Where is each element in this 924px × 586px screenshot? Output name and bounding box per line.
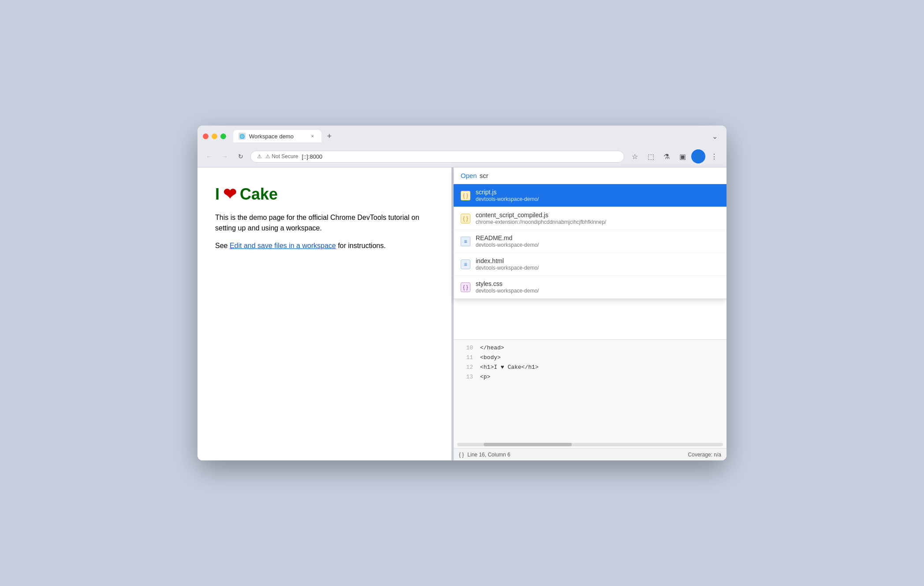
file-list: { }script.jsdevtools-workspace-demo/{ }c… [454, 184, 727, 299]
page-heading: I ❤ Cake [215, 185, 434, 204]
file-info: content_script_compiled.jschrome-extensi… [476, 211, 606, 225]
file-list-item[interactable]: { }content_script_compiled.jschrome-exte… [454, 207, 727, 230]
file-list-item[interactable]: ≡README.mddevtools-workspace-demo/ [454, 230, 727, 253]
open-file-dialog: Open { }script.jsdevtools-workspace-demo… [454, 167, 727, 299]
line-code: <body> [480, 353, 501, 363]
main-area: I ❤ Cake This is the demo page for the o… [197, 167, 727, 460]
devtools-status-bar: { } Line 16, Column 6 Coverage: n/a [454, 448, 727, 460]
file-list-item[interactable]: { }styles.cssdevtools-workspace-demo/ [454, 276, 727, 299]
fullscreen-traffic-light[interactable] [220, 134, 226, 139]
file-name: content_script_compiled.js [476, 211, 606, 219]
file-icon: ≡ [461, 237, 470, 246]
not-secure-label: ⚠ Not Secure [265, 153, 298, 159]
line-number: 12 [457, 363, 473, 372]
code-line: 11 <body> [454, 353, 727, 363]
page-content: I ❤ Cake This is the demo page for the o… [197, 167, 451, 460]
line-code: <h1>I ♥ Cake</h1> [480, 363, 539, 372]
file-icon: { } [461, 282, 470, 292]
file-path: devtools-workspace-demo/ [476, 242, 539, 248]
traffic-lights [203, 134, 226, 139]
code-line: 13 <p> [454, 372, 727, 382]
file-list-item[interactable]: ≡index.htmldevtools-workspace-demo/ [454, 253, 727, 276]
browser-window: 🌐 Workspace demo × + ⌄ ← → ↻ ⚠ ⚠ Not Sec… [197, 126, 727, 460]
file-info: README.mddevtools-workspace-demo/ [476, 234, 539, 248]
profile-button[interactable]: 👤 [691, 149, 705, 163]
file-path: devtools-workspace-demo/ [476, 265, 539, 271]
file-name: index.html [476, 257, 539, 264]
line-number: 13 [457, 372, 473, 382]
browser-tab[interactable]: 🌐 Workspace demo × [233, 130, 321, 142]
paragraph-2: See Edit and save files in a workspace f… [215, 241, 434, 251]
page-body: This is the demo page for the official C… [215, 212, 434, 251]
warning-icon: ⚠ [257, 153, 262, 159]
forward-button[interactable]: → [219, 150, 231, 163]
code-lines: 10 </head>11 <body>12 <h1>I ♥ Cake</h1>1… [454, 340, 727, 441]
file-name: README.md [476, 234, 539, 241]
new-tab-button[interactable]: + [323, 130, 335, 142]
file-icon: ≡ [461, 260, 470, 269]
code-scrollbar[interactable] [457, 443, 723, 446]
file-list-item[interactable]: { }script.jsdevtools-workspace-demo/ [454, 184, 727, 207]
file-icon: { } [461, 214, 470, 223]
code-line: 10 </head> [454, 343, 727, 353]
file-path: devtools-workspace-demo/ [476, 288, 539, 294]
refresh-button[interactable]: ↻ [235, 150, 247, 163]
file-info: styles.cssdevtools-workspace-demo/ [476, 280, 539, 294]
tab-favicon: 🌐 [238, 133, 246, 140]
format-icon[interactable]: { } [459, 452, 464, 458]
code-scrollbar-thumb [484, 443, 572, 446]
tab-close-button[interactable]: × [309, 133, 316, 140]
file-path: chrome-extension://noondiphcddnnabmjcihc… [476, 219, 606, 225]
line-number: 11 [457, 353, 473, 363]
para2-suffix: for instructions. [336, 242, 386, 249]
line-number: 10 [457, 343, 473, 353]
status-left: { } Line 16, Column 6 [459, 452, 510, 458]
line-code: <p> [480, 372, 490, 382]
more-button[interactable]: ⋮ [707, 149, 721, 163]
security-warning: ⚠ ⚠ Not Secure [257, 153, 298, 159]
browser-actions: ☆ ⬚ ⚗ ▣ 👤 ⋮ [628, 149, 721, 163]
bookmark-button[interactable]: ☆ [628, 149, 642, 163]
status-coverage: Coverage: n/a [688, 452, 721, 458]
status-position: Line 16, Column 6 [467, 452, 510, 458]
devtools-panel: Elements Sources >> ⚙ ⋮ ✕ Open [453, 167, 727, 460]
tab-bar: 🌐 Workspace demo × + ⌄ [233, 130, 721, 142]
open-file-input-row: Open [454, 167, 727, 184]
open-file-input[interactable] [480, 172, 719, 179]
workspace-link[interactable]: Edit and save files in a workspace [230, 242, 336, 249]
line-code: </head> [480, 343, 504, 353]
title-bar-top: 🌐 Workspace demo × + ⌄ [203, 130, 721, 142]
code-line: 12 <h1>I ♥ Cake</h1> [454, 363, 727, 372]
code-area: 10 </head>11 <body>12 <h1>I ♥ Cake</h1>1… [454, 339, 727, 448]
para2-prefix: See [215, 242, 230, 249]
flask-button[interactable]: ⚗ [659, 149, 674, 163]
heading-i: I [215, 185, 220, 204]
tab-dropdown-button[interactable]: ⌄ [708, 130, 721, 142]
heading-cake: Cake [240, 185, 278, 204]
address-bar: ← → ↻ ⚠ ⚠ Not Secure [::]:8000 ☆ ⬚ ⚗ ▣ 👤… [197, 146, 727, 167]
extension-button[interactable]: ⬚ [644, 149, 658, 163]
file-name: styles.css [476, 280, 539, 287]
file-info: script.jsdevtools-workspace-demo/ [476, 189, 539, 202]
paragraph-1: This is the demo page for the official C… [215, 212, 434, 234]
title-bar: 🌐 Workspace demo × + ⌄ [197, 126, 727, 146]
tab-title: Workspace demo [249, 133, 306, 140]
close-traffic-light[interactable] [203, 134, 209, 139]
minimize-traffic-light[interactable] [212, 134, 217, 139]
file-name: script.js [476, 189, 539, 196]
sidebar-button[interactable]: ▣ [675, 149, 689, 163]
file-icon: { } [461, 191, 470, 200]
heading-heart: ❤ [223, 185, 236, 204]
open-label: Open [461, 172, 477, 179]
url-bar[interactable]: ⚠ ⚠ Not Secure [::]:8000 [250, 151, 624, 163]
file-info: index.htmldevtools-workspace-demo/ [476, 257, 539, 271]
url-address: [::]:8000 [302, 153, 322, 160]
file-path: devtools-workspace-demo/ [476, 196, 539, 202]
back-button[interactable]: ← [203, 150, 215, 163]
